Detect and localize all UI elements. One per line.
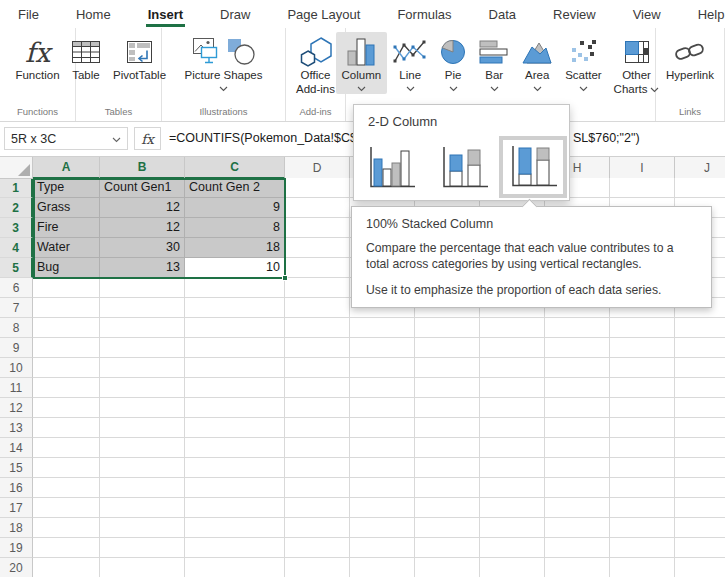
cell-G8[interactable]	[480, 318, 545, 338]
menu-tab-home[interactable]: Home	[74, 0, 113, 28]
cell-A5[interactable]: Bug	[33, 258, 100, 278]
scatter-button[interactable]: Scatter	[559, 32, 607, 94]
row-header-10[interactable]: 10	[0, 358, 33, 378]
cell-A7[interactable]	[33, 298, 100, 318]
option-100-stacked-column[interactable]	[499, 136, 567, 198]
hyperlink-button[interactable]: Hyperlink	[660, 32, 720, 85]
cell-H17[interactable]	[545, 498, 610, 518]
cell-C4[interactable]: 18	[185, 238, 285, 258]
cell-E13[interactable]	[350, 418, 415, 438]
cell-B19[interactable]	[100, 538, 185, 558]
option-stacked-column[interactable]	[438, 145, 490, 195]
cell-I15[interactable]	[610, 458, 675, 478]
cell-B15[interactable]	[100, 458, 185, 478]
menu-tab-file[interactable]: File	[16, 0, 41, 28]
cell-H11[interactable]	[545, 378, 610, 398]
cell-I9[interactable]	[610, 338, 675, 358]
cell-B11[interactable]	[100, 378, 185, 398]
cell-F9[interactable]	[415, 338, 480, 358]
row-header-9[interactable]: 9	[0, 338, 33, 358]
column-header-D[interactable]: D	[285, 157, 350, 179]
cell-J11[interactable]	[675, 378, 725, 398]
cell-H14[interactable]	[545, 438, 610, 458]
cell-D7[interactable]	[285, 298, 350, 318]
row-header-6[interactable]: 6	[0, 278, 33, 298]
cell-F18[interactable]	[415, 518, 480, 538]
cell-F15[interactable]	[415, 458, 480, 478]
cell-C13[interactable]	[185, 418, 285, 438]
picture-shapes-button[interactable]: Picture Shapes	[179, 32, 269, 94]
cell-J10[interactable]	[675, 358, 725, 378]
cell-D16[interactable]	[285, 478, 350, 498]
bar-button[interactable]: Bar	[473, 32, 515, 94]
cell-C11[interactable]	[185, 378, 285, 398]
line-button[interactable]: Line	[387, 32, 433, 94]
column-header-C[interactable]: C	[185, 157, 285, 179]
cell-H9[interactable]	[545, 338, 610, 358]
cell-A17[interactable]	[33, 498, 100, 518]
menu-tab-page-layout[interactable]: Page Layout	[285, 0, 362, 28]
cell-D19[interactable]	[285, 538, 350, 558]
cell-C7[interactable]	[185, 298, 285, 318]
cell-C12[interactable]	[185, 398, 285, 418]
cell-I10[interactable]	[610, 358, 675, 378]
cell-J12[interactable]	[675, 398, 725, 418]
column-header-J[interactable]: J	[675, 157, 725, 179]
cell-J20[interactable]	[675, 558, 725, 577]
cell-A12[interactable]	[33, 398, 100, 418]
cell-F20[interactable]	[415, 558, 480, 577]
cell-D13[interactable]	[285, 418, 350, 438]
cell-E8[interactable]	[350, 318, 415, 338]
cell-D15[interactable]	[285, 458, 350, 478]
row-header-1[interactable]: 1	[0, 178, 33, 198]
name-box-chevron-icon[interactable]	[112, 132, 121, 146]
menu-tab-help[interactable]: Help	[696, 0, 725, 28]
cell-A1[interactable]: Type	[33, 178, 100, 198]
cell-D18[interactable]	[285, 518, 350, 538]
cell-B3[interactable]: 12	[100, 218, 185, 238]
column-header-A[interactable]: A	[33, 157, 100, 179]
cell-I1[interactable]	[610, 178, 675, 198]
cell-B4[interactable]: 30	[100, 238, 185, 258]
column-button[interactable]: Column	[336, 32, 388, 94]
cell-E19[interactable]	[350, 538, 415, 558]
pie-button[interactable]: Pie	[433, 32, 473, 94]
cell-H15[interactable]	[545, 458, 610, 478]
cell-G18[interactable]	[480, 518, 545, 538]
cell-C1[interactable]: Count Gen 2	[185, 178, 285, 198]
cell-A20[interactable]	[33, 558, 100, 577]
cell-D9[interactable]	[285, 338, 350, 358]
cell-C15[interactable]	[185, 458, 285, 478]
cell-B7[interactable]	[100, 298, 185, 318]
cell-E10[interactable]	[350, 358, 415, 378]
cell-A15[interactable]	[33, 458, 100, 478]
cell-F17[interactable]	[415, 498, 480, 518]
cell-B16[interactable]	[100, 478, 185, 498]
select-all-corner[interactable]	[0, 157, 33, 179]
cell-D2[interactable]	[285, 198, 350, 218]
cell-A2[interactable]: Grass	[33, 198, 100, 218]
cell-F14[interactable]	[415, 438, 480, 458]
option-clustered-column[interactable]	[365, 145, 417, 195]
cell-H10[interactable]	[545, 358, 610, 378]
cell-H19[interactable]	[545, 538, 610, 558]
cell-E14[interactable]	[350, 438, 415, 458]
cell-E11[interactable]	[350, 378, 415, 398]
office-add-ins-button[interactable]: OfficeAdd-ins	[290, 32, 341, 99]
cell-A9[interactable]	[33, 338, 100, 358]
menu-tab-data[interactable]: Data	[487, 0, 518, 28]
menu-tab-formulas[interactable]: Formulas	[395, 0, 453, 28]
cell-A4[interactable]: Water	[33, 238, 100, 258]
cell-G16[interactable]	[480, 478, 545, 498]
cell-C19[interactable]	[185, 538, 285, 558]
cell-B1[interactable]: Count Gen1	[100, 178, 185, 198]
cell-F19[interactable]	[415, 538, 480, 558]
cell-D14[interactable]	[285, 438, 350, 458]
cell-C9[interactable]	[185, 338, 285, 358]
cell-A6[interactable]	[33, 278, 100, 298]
row-header-11[interactable]: 11	[0, 378, 33, 398]
menu-tab-insert[interactable]: Insert	[146, 0, 185, 28]
row-header-13[interactable]: 13	[0, 418, 33, 438]
insert-function-button[interactable]: fx	[134, 127, 161, 150]
cell-C2[interactable]: 9	[185, 198, 285, 218]
